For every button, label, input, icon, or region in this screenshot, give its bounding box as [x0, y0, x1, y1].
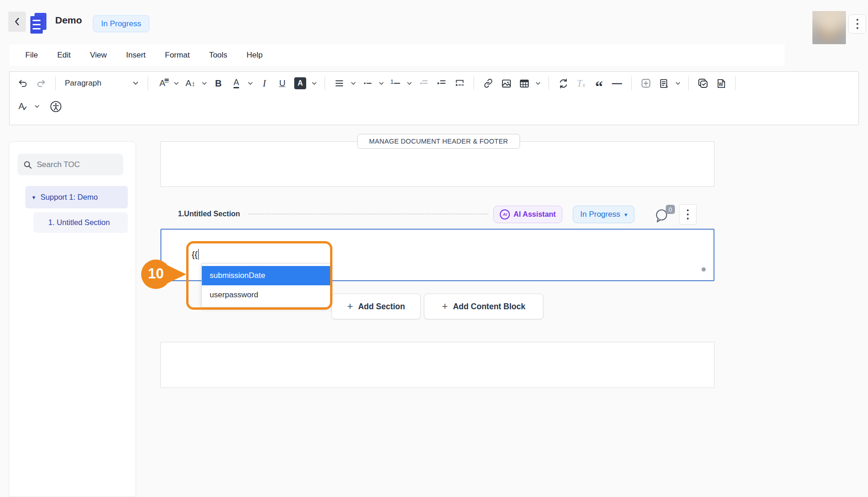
- chevron-down-icon: [133, 81, 138, 85]
- template-chevron-icon[interactable]: [675, 75, 681, 91]
- toc-sidebar: ▼ Support 1: Demo 1. Untitled Section: [9, 141, 136, 497]
- align-chevron-icon[interactable]: [350, 75, 356, 91]
- document-status-badge[interactable]: In Progress: [93, 15, 149, 32]
- editor-typed-text: {{: [192, 249, 199, 260]
- autocomplete-item-submissiondate[interactable]: submissionDate: [202, 266, 330, 285]
- toc-item-support-1-demo[interactable]: ▼ Support 1: Demo: [25, 186, 128, 208]
- spellcheck-icon[interactable]: A✓: [16, 98, 30, 114]
- italic-icon[interactable]: I: [257, 75, 271, 91]
- toc-search[interactable]: [17, 154, 123, 175]
- text-color-icon[interactable]: A: [229, 75, 243, 91]
- menu-insert[interactable]: Insert: [116, 45, 155, 66]
- highlight-color-icon[interactable]: A: [293, 75, 307, 91]
- ai-assistant-label: AI Assistant: [514, 210, 556, 219]
- highlight-chevron-icon[interactable]: [311, 75, 317, 91]
- bold-icon[interactable]: B: [211, 75, 225, 91]
- add-content-block-button[interactable]: + Add Content Block: [424, 294, 543, 319]
- comment-count-badge: 0: [666, 205, 675, 214]
- caret-down-icon: ▾: [624, 211, 628, 218]
- blockquote-icon[interactable]: “: [592, 75, 606, 91]
- more-options-button[interactable]: [848, 14, 866, 34]
- menu-tools[interactable]: Tools: [200, 45, 237, 66]
- menu-help[interactable]: Help: [237, 45, 272, 66]
- section-divider: [248, 214, 488, 214]
- plus-icon: +: [442, 301, 448, 312]
- autocomplete-item-userpassword[interactable]: userpassword: [202, 285, 330, 305]
- underline-icon[interactable]: U: [275, 75, 289, 91]
- text-color-chevron-icon[interactable]: [247, 75, 253, 91]
- font-size-icon[interactable]: A↕: [183, 75, 197, 91]
- section-more-options-button[interactable]: [679, 204, 697, 225]
- section-status-label: In Progress: [580, 210, 620, 219]
- search-icon: [23, 160, 32, 169]
- toc-item-label: 1. Untitled Section: [48, 218, 110, 227]
- numbered-list-chevron-icon[interactable]: [406, 75, 412, 91]
- spellcheck-chevron-icon[interactable]: [34, 98, 40, 114]
- insert-table-icon[interactable]: [517, 75, 531, 91]
- insert-image-icon[interactable]: [499, 75, 513, 91]
- indent-icon[interactable]: [434, 75, 448, 91]
- table-chevron-icon[interactable]: [535, 75, 541, 91]
- back-button[interactable]: [8, 12, 26, 32]
- comments-button[interactable]: 0: [654, 207, 675, 225]
- chevron-left-icon: [14, 17, 20, 26]
- clear-formatting-icon[interactable]: Tx: [574, 75, 588, 91]
- font-size-chevron-icon[interactable]: [201, 75, 207, 91]
- document-icon: [30, 13, 47, 34]
- menu-file[interactable]: File: [16, 45, 47, 66]
- menu-bar: File Edit View Insert Format Tools Help: [9, 45, 785, 66]
- font-style-icon[interactable]: A: [155, 75, 169, 91]
- font-style-chevron-icon[interactable]: [173, 75, 179, 91]
- avatar[interactable]: [812, 11, 846, 44]
- text-cursor: [198, 249, 199, 260]
- add-section-button[interactable]: + Add Section: [331, 294, 421, 319]
- accessibility-checker-icon[interactable]: [49, 98, 63, 114]
- task-approval-icon[interactable]: [696, 75, 710, 91]
- add-section-label: Add Section: [358, 302, 405, 312]
- undo-icon[interactable]: [16, 75, 30, 91]
- document-title: Demo: [55, 15, 82, 26]
- align-icon[interactable]: [332, 75, 346, 91]
- content-template-icon[interactable]: [657, 75, 671, 91]
- section-title: 1.Untitled Section: [178, 210, 240, 218]
- add-content-block-label: Add Content Block: [453, 302, 525, 312]
- menu-view[interactable]: View: [80, 45, 117, 66]
- find-replace-icon[interactable]: [556, 75, 570, 91]
- outdent-icon[interactable]: [417, 75, 430, 91]
- menu-edit[interactable]: Edit: [47, 45, 80, 66]
- toc-item-untitled-section[interactable]: 1. Untitled Section: [34, 212, 128, 233]
- bullet-list-icon[interactable]: [360, 75, 374, 91]
- toolbar: Paragraph A A↕ B A I U A 1: [9, 71, 859, 125]
- hanging-indent-icon[interactable]: [452, 75, 466, 91]
- menu-format[interactable]: Format: [155, 45, 200, 66]
- manage-header-footer-button[interactable]: MANAGE DOCUMENT HEADER & FOOTER: [357, 134, 520, 149]
- editor-handle-dot[interactable]: [702, 267, 706, 272]
- toolbar-row-1: Paragraph A A↕ B A I U A 1: [10, 72, 858, 95]
- document-footer-area[interactable]: [160, 342, 714, 388]
- toc-item-label: Support 1: Demo: [40, 193, 98, 202]
- paragraph-style-label: Paragraph: [65, 79, 101, 88]
- search-input[interactable]: [37, 160, 110, 169]
- horizontal-rule-icon[interactable]: —: [610, 75, 624, 91]
- insert-block-icon[interactable]: [639, 75, 653, 91]
- section-status-dropdown[interactable]: In Progress ▾: [573, 206, 634, 223]
- paragraph-style-dropdown[interactable]: Paragraph: [63, 75, 140, 92]
- variable-autocomplete-dropdown: submissionDate userpassword: [201, 263, 331, 307]
- toolbar-row-2: A✓: [10, 96, 858, 117]
- ai-assistant-icon: AI: [500, 209, 510, 220]
- bullet-list-chevron-icon[interactable]: [378, 75, 384, 91]
- ai-assistant-button[interactable]: AI AI Assistant: [493, 206, 562, 223]
- numbered-list-icon[interactable]: 1: [388, 75, 402, 91]
- plus-icon: +: [347, 301, 353, 312]
- export-word-icon[interactable]: W: [714, 75, 728, 91]
- redo-icon[interactable]: [34, 75, 48, 91]
- caret-down-icon[interactable]: ▼: [31, 195, 36, 200]
- link-icon[interactable]: [481, 75, 495, 91]
